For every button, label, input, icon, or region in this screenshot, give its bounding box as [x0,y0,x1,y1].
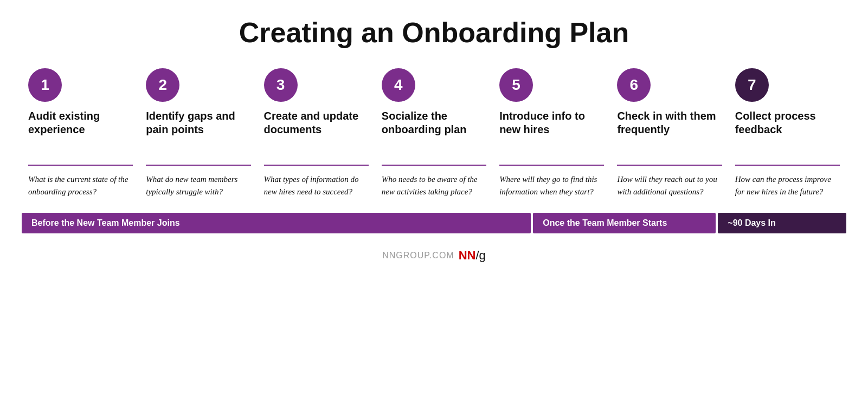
step-6-divider [617,165,722,166]
footer-nngroup-text: NNGROUP.COM [382,251,454,260]
step-1-question: What is the current state of the onboard… [28,173,133,198]
timeline-before: Before the New Team Member Joins [22,213,531,233]
timeline-90days-label: ~90 Days In [728,218,776,228]
footer-logo-g: g [479,249,486,263]
step-3: 3 Create and update documents What types… [258,68,375,198]
step-3-circle: 3 [264,68,298,102]
timeline-once-label: Once the Team Member Starts [543,218,667,228]
timeline-row: Before the New Team Member Joins Once th… [22,213,846,233]
step-2-question: What do new team members typically strug… [146,173,250,198]
step-7-circle: 7 [735,68,769,102]
timeline-once: Once the Team Member Starts [533,213,716,233]
step-6: 6 Check in with them frequently How will… [610,68,728,198]
step-3-title: Create and update documents [264,109,369,158]
step-4-title: Socialize the onboarding plan [382,109,486,158]
step-2-divider [146,165,250,166]
step-5: 5 Introduce info to new hires Where will… [493,68,610,198]
step-2: 2 Identify gaps and pain points What do … [139,68,257,198]
page-title: Creating an Onboarding Plan [239,16,629,49]
timeline-before-label: Before the New Team Member Joins [31,218,180,228]
step-7-question: How can the process improve for new hire… [735,173,840,198]
step-4-question: Who needs to be aware of the new activit… [382,173,486,198]
step-7-divider [735,165,840,166]
step-5-divider [499,165,604,166]
step-7-title: Collect process feedback [735,109,840,158]
footer-logo-nn: NN [459,249,476,263]
step-5-title: Introduce info to new hires [499,109,604,158]
step-7: 7 Collect process feedback How can the p… [729,68,846,198]
step-3-question: What types of information do new hires n… [264,173,369,198]
step-6-title: Check in with them frequently [617,109,722,158]
step-6-circle: 6 [617,68,651,102]
footer: NNGROUP.COM NN/g [382,249,486,263]
step-1-title: Audit existing experience [28,109,133,158]
step-4-circle: 4 [382,68,415,102]
step-2-circle: 2 [146,68,179,102]
step-6-question: How will they reach out to you with addi… [617,173,722,198]
step-2-title: Identify gaps and pain points [146,109,250,158]
timeline-90days: ~90 Days In [718,213,846,233]
step-1-circle: 1 [28,68,62,102]
steps-container: 1 Audit existing experience What is the … [22,68,846,198]
step-4-divider [382,165,486,166]
step-3-divider [264,165,369,166]
step-1: 1 Audit existing experience What is the … [22,68,139,198]
step-5-question: Where will they go to find this informat… [499,173,604,198]
step-1-divider [28,165,133,166]
step-4: 4 Socialize the onboarding plan Who need… [375,68,493,198]
step-5-circle: 5 [499,68,533,102]
footer-logo: NN/g [459,249,486,263]
